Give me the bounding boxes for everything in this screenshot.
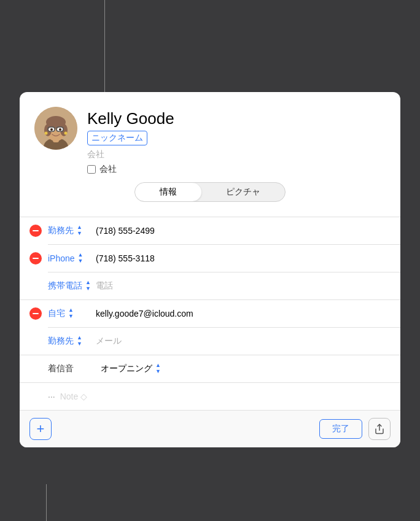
email-no-remove-1 — [29, 335, 42, 347]
vertical-line-bottom — [46, 484, 47, 521]
phone-value-0[interactable]: (718) 555-2499 — [96, 226, 391, 236]
ringtone-spacer — [29, 363, 42, 375]
phone-value-1[interactable]: (718) 555-3118 — [96, 253, 391, 263]
phone-stepper-2[interactable]: ▲▼ — [85, 280, 91, 292]
phone-label-0[interactable]: 勤務先 ▲▼ — [48, 225, 91, 237]
remove-phone-0-button[interactable] — [29, 225, 42, 237]
phone-label-1[interactable]: iPhone ▲▼ — [48, 252, 91, 264]
tab-bar: 情報 ピクチャ — [34, 182, 386, 202]
share-icon — [374, 423, 385, 434]
email-placeholder-1[interactable]: メール — [96, 336, 391, 347]
partial-spacer — [29, 390, 42, 403]
ringtone-row: 着信音 オープニング ▲▼ — [20, 355, 400, 382]
email-stepper-0[interactable]: ▲▼ — [68, 307, 74, 320]
email-label-1[interactable]: 勤務先 ▲▼ — [48, 335, 91, 347]
card-footer: + 完了 — [20, 410, 400, 447]
email-stepper-1[interactable]: ▲▼ — [77, 335, 82, 347]
add-button[interactable]: + — [29, 418, 52, 440]
phone-stepper-1[interactable]: ▲▼ — [78, 252, 84, 264]
done-button[interactable]: 完了 — [319, 419, 362, 439]
footer-right: 完了 — [319, 418, 391, 440]
contact-name: Kelly Goode — [87, 109, 386, 128]
tab-container: 情報 ピクチャ — [134, 182, 286, 202]
card-header: Kelly Goode ニックネーム 会社 会社 情報 ピクチャ — [20, 92, 400, 217]
ringtone-value: オープニング — [101, 363, 152, 374]
phone-row-0: 勤務先 ▲▼ (718) 555-2499 — [20, 217, 400, 244]
svg-point-14 — [45, 132, 48, 135]
company-checkbox-label: 会社 — [99, 164, 117, 175]
remove-email-0-button[interactable] — [29, 307, 42, 320]
partial-row: ··· Note ◇ — [20, 383, 400, 410]
header-info: Kelly Goode ニックネーム 会社 会社 — [87, 107, 386, 175]
ringtone-stepper[interactable]: ▲▼ — [155, 363, 161, 375]
email-section: 自宅 ▲▼ kelly.goode7@icloud.com 勤務先 ▲▼ メール — [20, 300, 400, 355]
company-checkbox-row: 会社 — [87, 164, 386, 175]
company-checkbox[interactable] — [87, 165, 96, 174]
tab-picture[interactable]: ピクチャ — [201, 183, 285, 201]
ringtone-value-row[interactable]: オープニング ▲▼ — [101, 363, 161, 375]
contact-card: Kelly Goode ニックネーム 会社 会社 情報 ピクチャ 勤務先 — [20, 92, 400, 447]
svg-point-9 — [50, 128, 53, 131]
email-row-0: 自宅 ▲▼ kelly.goode7@icloud.com — [20, 300, 400, 327]
phone-no-remove-2 — [29, 280, 42, 292]
email-row-1: 勤務先 ▲▼ メール — [20, 328, 400, 355]
ringtone-section: 着信音 オープニング ▲▼ — [20, 355, 400, 382]
phone-row-1: iPhone ▲▼ (718) 555-3118 — [20, 245, 400, 272]
remove-phone-1-button[interactable] — [29, 252, 42, 264]
phone-stepper-0[interactable]: ▲▼ — [77, 225, 82, 237]
tab-info[interactable]: 情報 — [135, 183, 201, 201]
partial-value: Note ◇ — [60, 392, 87, 401]
share-button[interactable] — [368, 418, 391, 440]
phone-row-2: 携帯電話 ▲▼ 電話 — [20, 272, 400, 299]
email-value-0[interactable]: kelly.goode7@icloud.com — [96, 309, 391, 318]
company-label: 会社 — [87, 149, 386, 160]
email-label-0[interactable]: 自宅 ▲▼ — [48, 307, 91, 320]
avatar — [34, 107, 77, 150]
nickname-field[interactable]: ニックネーム — [87, 131, 147, 145]
partial-label: ··· — [48, 392, 55, 401]
svg-point-15 — [64, 132, 68, 135]
header-top: Kelly Goode ニックネーム 会社 会社 — [34, 107, 386, 175]
phone-placeholder-2[interactable]: 電話 — [96, 280, 391, 291]
phone-section: 勤務先 ▲▼ (718) 555-2499 iPhone ▲▼ (718) 55… — [20, 217, 400, 299]
phone-label-2[interactable]: 携帯電話 ▲▼ — [48, 280, 91, 292]
ringtone-label: 着信音 — [48, 363, 91, 374]
svg-point-10 — [59, 128, 61, 131]
